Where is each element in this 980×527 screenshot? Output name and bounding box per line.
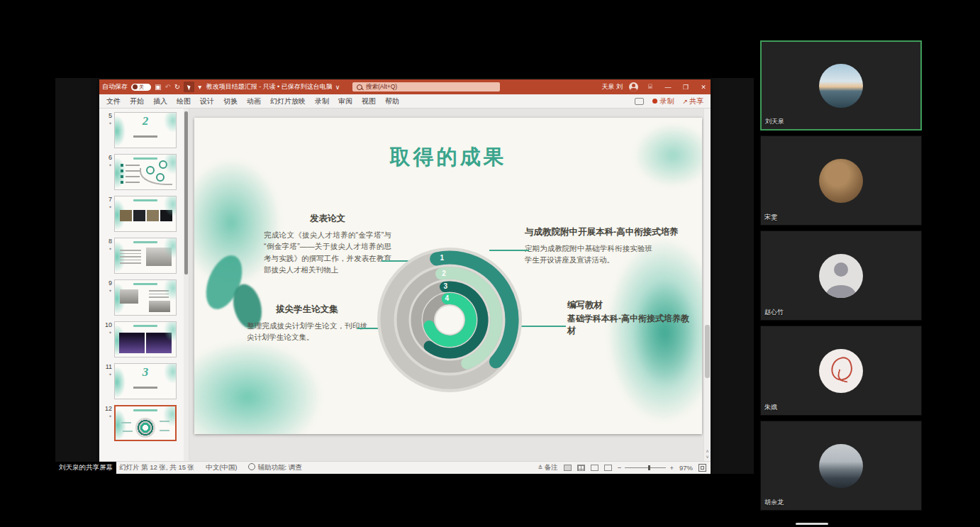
- search-icon: [357, 84, 362, 90]
- undo-icon[interactable]: ↶: [165, 84, 170, 91]
- ribbon-tab-幻灯片放映[interactable]: 幻灯片放映: [270, 96, 306, 106]
- ribbon-tab-审阅[interactable]: 审阅: [338, 96, 352, 106]
- zoom-knob[interactable]: [648, 465, 650, 470]
- thumbnail-scrollbar[interactable]: [184, 109, 189, 461]
- thumbnail-scrollbar-thumb[interactable]: [184, 111, 188, 274]
- record-button[interactable]: 录制: [652, 96, 674, 106]
- slide-thumbnail-7[interactable]: 7✦: [102, 196, 182, 232]
- animation-star-icon: ✦: [102, 414, 112, 418]
- slideshow-view-button[interactable]: [604, 465, 612, 471]
- participant-tile-朱娥[interactable]: 朱娥: [760, 326, 922, 416]
- zoom-track[interactable]: [625, 467, 666, 468]
- thumbnail-preview[interactable]: [114, 154, 177, 190]
- title-dropdown-icon[interactable]: ∨: [335, 84, 340, 91]
- donut-ring-label: 3: [443, 282, 447, 290]
- save-icon[interactable]: ▣: [155, 84, 161, 91]
- pointer-tool-button[interactable]: [184, 82, 194, 92]
- notes-button[interactable]: ≙ 备注: [538, 463, 558, 472]
- participant-avatar: [819, 64, 863, 108]
- donut-ring-label: 4: [445, 294, 450, 302]
- ribbon-tab-文件[interactable]: 文件: [106, 96, 121, 106]
- thumbnail-meta: 9✦: [102, 279, 112, 316]
- participant-name: 胡余龙: [764, 498, 784, 507]
- autosave-toggle[interactable]: 关: [131, 84, 151, 91]
- slide-thumbnail-6[interactable]: 6✦: [102, 154, 182, 190]
- autosave-label: 自动保存: [102, 82, 128, 91]
- slide-counter[interactable]: 幻灯片 第 12 张, 共 15 张: [119, 463, 194, 472]
- share-arrow-icon: ↗: [682, 98, 688, 105]
- ribbon-tab-视图[interactable]: 视图: [362, 96, 376, 106]
- comments-icon[interactable]: [635, 98, 644, 105]
- previous-slide-button[interactable]: ˄: [704, 449, 711, 455]
- ribbon-tab-绘图[interactable]: 绘图: [177, 96, 191, 106]
- animation-star-icon: ✦: [102, 204, 112, 209]
- mini-text-lines: [149, 290, 169, 300]
- thumbnail-preview[interactable]: [114, 279, 177, 316]
- ribbon-tab-动画[interactable]: 动画: [247, 96, 261, 106]
- thumbnail-preview[interactable]: [114, 321, 177, 357]
- participant-tile-赵心竹[interactable]: 赵心竹: [760, 231, 922, 321]
- user-avatar[interactable]: [629, 82, 638, 91]
- thumbnail-preview[interactable]: [114, 405, 177, 441]
- next-slide-button[interactable]: ˅: [704, 455, 711, 460]
- participant-tile-宋雯[interactable]: 宋雯: [760, 135, 922, 226]
- mini-slide-title: [133, 199, 157, 201]
- reading-view-button[interactable]: [591, 465, 598, 471]
- participant-avatar: [819, 254, 863, 298]
- slide-thumbnail-8[interactable]: 8✦: [102, 238, 182, 274]
- share-button[interactable]: ↗共享: [682, 96, 703, 106]
- ribbon-tab-插入[interactable]: 插入: [153, 96, 167, 106]
- mini-photo: [149, 301, 170, 312]
- taskbar-indicator: [796, 523, 828, 525]
- chapter-caption: [133, 387, 157, 389]
- ribbon-tab-开始[interactable]: 开始: [130, 96, 144, 106]
- thumbnail-preview[interactable]: 3: [114, 363, 177, 399]
- autosave-state: 关: [139, 84, 144, 89]
- thumbnail-preview[interactable]: [114, 196, 177, 232]
- donut-ring-label: 2: [442, 269, 446, 277]
- slide-thumbnail-10[interactable]: 10✦: [102, 321, 182, 357]
- slide-sorter-view-button[interactable]: [577, 465, 585, 471]
- chapter-number: 2: [115, 115, 176, 127]
- slide-thumbnail-9[interactable]: 9✦: [102, 279, 182, 316]
- zoom-in-button[interactable]: +: [669, 464, 674, 472]
- slide-title: 取得的成果: [194, 143, 702, 172]
- participant-tile-刘天泉[interactable]: 刘天泉: [760, 40, 922, 131]
- ribbon-tab-帮助[interactable]: 帮助: [385, 96, 399, 106]
- ribbon-tab-设计[interactable]: 设计: [200, 96, 214, 106]
- participant-name: 宋雯: [764, 213, 777, 222]
- redo-icon[interactable]: ↻: [174, 84, 180, 91]
- ribbon-display-options-button[interactable]: ⌸: [645, 83, 656, 91]
- slide-thumbnail-5[interactable]: 5✦2: [102, 112, 182, 148]
- restore-button[interactable]: ❐: [680, 84, 691, 91]
- thumbnail-preview[interactable]: 2: [114, 112, 177, 148]
- block-heading: 拔尖学生论文集: [247, 304, 367, 316]
- slide-scrollbar-thumb[interactable]: [705, 325, 710, 378]
- thumbnail-meta: 8✦: [102, 238, 112, 274]
- mini-slide-title: [133, 409, 157, 411]
- ppt-statusbar: 幻灯片 第 12 张, 共 15 张 中文(中国) 辅助功能: 调查 ≙ 备注 …: [99, 461, 711, 474]
- slide-scrollbar[interactable]: ˄ ˅: [703, 109, 711, 461]
- zoom-level[interactable]: 97%: [679, 464, 693, 472]
- fit-to-window-button[interactable]: [698, 464, 706, 472]
- qat-dropdown-icon[interactable]: ▾: [198, 84, 201, 91]
- record-label: 录制: [659, 96, 674, 106]
- minimize-button[interactable]: —: [662, 84, 674, 91]
- participant-avatar: [819, 444, 863, 488]
- slide-thumbnail-11[interactable]: 11✦3: [102, 363, 182, 399]
- ribbon-tab-切换[interactable]: 切换: [223, 96, 238, 106]
- participant-tile-胡余龙[interactable]: 胡余龙: [760, 421, 922, 511]
- powerpoint-window: 自动保存 关 ▣ ↶ ↻ ▾ 教改项目结题汇报 - 只读 • 已保存到这台电脑 …: [99, 79, 711, 474]
- participant-name: 刘天泉: [765, 117, 784, 126]
- zoom-out-button[interactable]: −: [618, 464, 622, 472]
- slide-number: 5: [102, 112, 112, 119]
- ribbon-tab-录制[interactable]: 录制: [315, 96, 329, 106]
- accessibility-status[interactable]: 辅助功能: 调查: [248, 463, 301, 472]
- thumbnail-preview[interactable]: [114, 238, 177, 274]
- language-indicator[interactable]: 中文(中国): [206, 463, 237, 472]
- normal-view-button[interactable]: [564, 465, 572, 471]
- close-button[interactable]: ✕: [698, 84, 709, 91]
- search-box[interactable]: 搜索(Alt+Q): [352, 82, 500, 91]
- document-title: 教改项目结题汇报 - 只读 • 已保存到这台电脑 ∨: [213, 79, 333, 94]
- slide-thumbnail-12[interactable]: 12✦: [102, 405, 182, 441]
